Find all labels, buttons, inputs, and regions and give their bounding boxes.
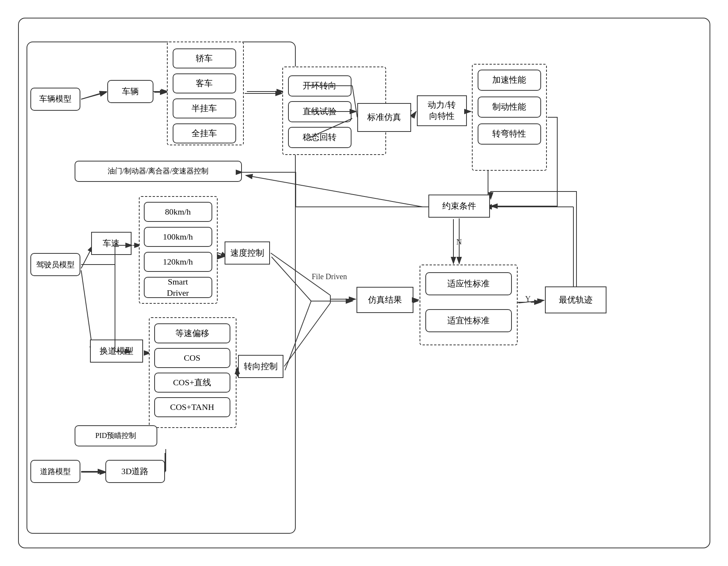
straight-test-box: 直线试验 xyxy=(288,101,352,122)
constant-offset-box: 等速偏移 xyxy=(154,323,230,343)
constraint-box: 约束条件 xyxy=(428,195,490,218)
cos-box: COS xyxy=(154,348,230,368)
pid-control-box: PID预瞄控制 xyxy=(75,425,157,446)
suitable-std-box: 适宜性标准 xyxy=(425,309,512,332)
steering-control-box: 转向控制 xyxy=(238,355,283,378)
y-label: Y xyxy=(525,295,531,303)
driver-model-box: 驾驶员模型 xyxy=(30,253,80,276)
svg-line-41 xyxy=(412,112,416,118)
standard-sim-box: 标准仿真 xyxy=(357,103,411,132)
adaptive-std-box: 适应性标准 xyxy=(425,272,512,295)
smart-driver-box: Smart Driver xyxy=(144,277,212,298)
vehicle-box: 车辆 xyxy=(107,80,153,103)
speed-control-box: 速度控制 xyxy=(225,241,270,265)
throttle-control-box: 油门/制动器/离合器/变速器控制 xyxy=(75,161,242,182)
speed-80-box: 80km/h xyxy=(144,202,212,222)
accel-perf-box: 加速性能 xyxy=(478,70,541,91)
speed-100-box: 100km/h xyxy=(144,227,212,247)
optimal-path-box: 最优轨迹 xyxy=(545,286,606,313)
svg-line-44 xyxy=(518,300,544,303)
bus-box: 客车 xyxy=(173,73,236,93)
road-model-box: 道路模型 xyxy=(30,460,80,483)
cos-tanh-box: COS+TANH xyxy=(154,397,230,417)
sedan-box: 轿车 xyxy=(173,48,236,68)
semi-trailer-box: 半挂车 xyxy=(173,98,236,118)
brake-perf-box: 制动性能 xyxy=(478,97,541,118)
dynamics-box: 动力/转 向特性 xyxy=(417,95,467,126)
turn-perf-box: 转弯特性 xyxy=(478,123,541,145)
n-label: N xyxy=(456,238,462,246)
main-diagram: 车辆模型 车辆 轿车 客车 半挂车 全挂车 油门/制动器/离合器/变速器控制 驾… xyxy=(18,18,710,548)
open-loop-box: 开环转向 xyxy=(288,75,352,97)
vehicle-model-box: 车辆模型 xyxy=(30,88,80,111)
full-trailer-box: 全挂车 xyxy=(173,123,236,143)
steady-rotation-box: 稳态回转 xyxy=(288,127,352,148)
speed-box: 车速 xyxy=(91,232,132,255)
road-3d-box: 3D道路 xyxy=(105,460,165,483)
speed-120-box: 120km/h xyxy=(144,252,212,272)
sim-result-box: 仿真结果 xyxy=(357,287,413,313)
lane-change-model-box: 换道模型 xyxy=(90,340,143,363)
file-driven-label: File Driven xyxy=(312,272,347,281)
cos-line-box: COS+直线 xyxy=(154,373,230,393)
